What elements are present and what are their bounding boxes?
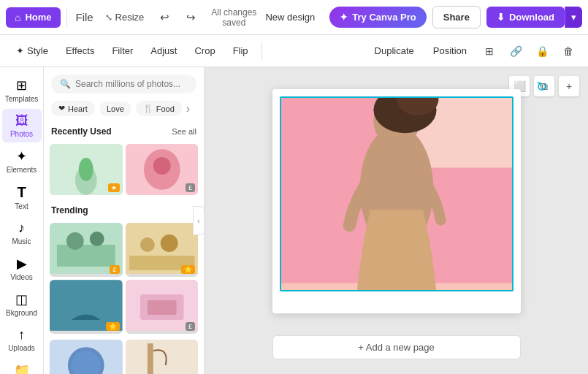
duplicate-label: Duplicate <box>375 45 414 56</box>
photo-item[interactable]: £ <box>126 144 199 195</box>
search-input[interactable] <box>75 79 188 89</box>
home-button[interactable]: ⌂ Home <box>6 7 61 28</box>
category-chips: ❤ Heart Love 🍴 Food › <box>44 98 204 122</box>
sidebar-item-folders[interactable]: 📁 Folders <box>2 358 42 374</box>
sidebar-item-elements[interactable]: ✦ Elements <box>2 144 42 178</box>
crop-label: Crop <box>194 45 215 56</box>
svg-rect-18 <box>147 300 176 315</box>
canvas-page[interactable]: ↺ <box>272 89 521 313</box>
top-navigation: ⌂ Home File ⤡ Resize ↩ ↪ All changes sav… <box>0 0 588 35</box>
svg-rect-22 <box>126 340 199 374</box>
canvas-background <box>281 98 512 290</box>
sidebar-item-music[interactable]: ♪ Music <box>2 216 42 250</box>
folders-icon: 📁 <box>14 362 30 374</box>
search-bar: 🔍 <box>44 67 204 98</box>
music-icon: ♪ <box>18 221 25 236</box>
videos-icon: ▶ <box>17 256 27 272</box>
resize-icon: ⤡ <box>105 12 112 23</box>
photo-badge-pro: ★ <box>108 183 120 192</box>
download-label: Download <box>509 12 554 23</box>
photo-item[interactable] <box>50 340 123 374</box>
share-button[interactable]: Share <box>432 6 481 28</box>
music-label: Music <box>12 237 31 245</box>
trending-title: Trending <box>51 205 88 215</box>
photo-item[interactable]: ★ <box>50 144 123 195</box>
add-page-button[interactable]: + Add a new page <box>272 335 521 359</box>
svg-rect-23 <box>147 343 153 374</box>
background-label: Bkground <box>6 309 37 317</box>
photo-item[interactable]: ⭐ <box>126 223 199 277</box>
share-label: Share <box>443 12 470 23</box>
try-pro-button[interactable]: ✦ Try Canva Pro <box>329 7 426 28</box>
effects-button[interactable]: Effects <box>58 42 102 60</box>
photo-item[interactable]: £ <box>126 280 199 334</box>
home-icon: ⌂ <box>15 12 20 23</box>
refresh-area: ↻ <box>536 79 547 95</box>
search-input-wrap[interactable]: 🔍 <box>51 75 196 94</box>
photo-item[interactable]: £ <box>126 340 199 374</box>
photo-badge: £ <box>186 322 195 331</box>
undo-button[interactable]: ↩ <box>153 6 176 29</box>
hide-panel-button[interactable]: ‹ <box>193 206 205 235</box>
position-button[interactable]: Position <box>426 42 474 60</box>
photo-badge-pro: £ <box>110 265 119 274</box>
chip-heart[interactable]: ❤ Heart <box>51 101 95 116</box>
search-icon: 🔍 <box>60 79 71 89</box>
svg-point-11 <box>140 237 154 252</box>
chip-love[interactable]: Love <box>99 102 131 116</box>
see-all-button[interactable]: See all <box>172 127 196 136</box>
download-dropdown-button[interactable]: ▾ <box>565 7 582 28</box>
photos-scroll[interactable]: Recently Used See all ★ £ <box>44 122 204 374</box>
photo-badge-pro: ⭐ <box>106 322 120 331</box>
adjust-label: Adjust <box>150 45 177 56</box>
add-button[interactable]: + <box>559 76 579 96</box>
flip-label: Flip <box>233 45 248 56</box>
delete-button[interactable]: 🗑 <box>557 40 579 62</box>
adjust-button[interactable]: Adjust <box>143 42 184 60</box>
photos-label: Photos <box>10 130 33 138</box>
sidebar-item-uploads[interactable]: ↑ Uploads <box>2 323 42 356</box>
grid-view-button[interactable]: ⊞ <box>478 40 500 62</box>
save-status: All changes saved <box>205 7 262 28</box>
sidebar-icons: ⊞ Templates 🖼 Photos ✦ Elements T Text ♪… <box>0 67 44 374</box>
photo-item[interactable]: ⭐ <box>50 280 123 334</box>
redo-button[interactable]: ↪ <box>179 6 202 29</box>
lock-button[interactable]: 🔒 <box>531 40 553 62</box>
home-label: Home <box>25 12 51 23</box>
templates-label: Templates <box>5 95 39 103</box>
uploads-label: Uploads <box>8 344 35 352</box>
sidebar-item-background[interactable]: ◫ Bkground <box>2 287 42 321</box>
heart-emoji: ❤ <box>58 104 65 113</box>
photo-item[interactable]: £ <box>50 223 123 277</box>
design-name: New design <box>265 12 315 23</box>
sidebar-item-templates[interactable]: ⊞ Templates <box>2 73 42 107</box>
duplicate-button[interactable]: Duplicate <box>367 42 421 60</box>
sidebar-item-photos[interactable]: 🖼 Photos <box>2 109 42 142</box>
selected-image[interactable]: ↺ <box>280 96 513 291</box>
svg-point-9 <box>90 232 104 246</box>
sidebar-item-text[interactable]: T Text <box>2 180 42 215</box>
download-button-group: ⬇ Download ▾ <box>486 7 582 28</box>
style-button[interactable]: ✦ Style <box>9 42 56 60</box>
effects-label: Effects <box>66 45 95 56</box>
crop-button[interactable]: Crop <box>187 42 222 60</box>
text-icon: T <box>17 184 26 201</box>
resize-button[interactable]: ⤡ Resize <box>99 6 150 29</box>
link-button[interactable]: 🔗 <box>505 40 527 62</box>
download-icon: ⬇ <box>497 12 505 23</box>
svg-point-12 <box>160 234 177 252</box>
sidebar-item-videos[interactable]: ▶ Videos <box>2 251 42 286</box>
main-layout: ⊞ Templates 🖼 Photos ✦ Elements T Text ♪… <box>0 67 588 374</box>
text-label: Text <box>15 202 28 210</box>
filter-button[interactable]: Filter <box>104 42 140 60</box>
file-button[interactable]: File <box>73 6 96 29</box>
chip-scroll-right[interactable]: › <box>186 102 190 115</box>
recently-used-title: Recently Used <box>51 126 112 137</box>
refresh-button[interactable]: ↻ <box>536 79 547 95</box>
canvas-area: ⬜ ⧉ + ↻ <box>205 67 588 374</box>
style-label: Style <box>27 45 48 56</box>
chip-food[interactable]: 🍴 Food <box>136 101 182 116</box>
download-button[interactable]: ⬇ Download <box>486 7 565 28</box>
flip-button[interactable]: Flip <box>226 42 256 60</box>
templates-icon: ⊞ <box>16 77 27 94</box>
